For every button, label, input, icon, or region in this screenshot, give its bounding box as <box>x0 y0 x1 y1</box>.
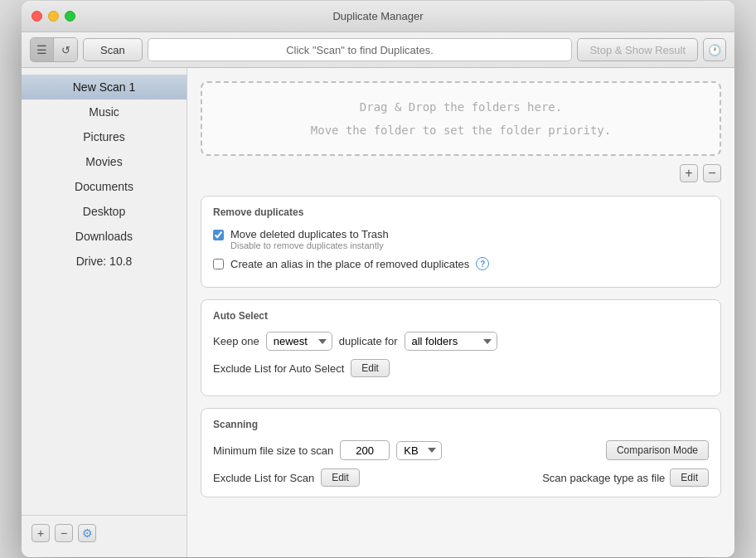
scan-button[interactable]: Scan <box>83 38 143 61</box>
sidebar-item-pictures[interactable]: Pictures <box>22 124 187 149</box>
min-file-size-row: Minimum file size to scan KB MB GB Compa… <box>213 440 709 460</box>
refresh-icon: ↺ <box>61 44 70 56</box>
maximize-button[interactable] <box>65 11 75 22</box>
create-alias-label: Create an alias in the place of removed … <box>230 258 469 270</box>
view-toggle-group: ☰ ↺ <box>30 37 78 62</box>
scanning-title: Scanning <box>213 419 709 430</box>
sidebar-item-downloads[interactable]: Downloads <box>22 224 187 249</box>
comparison-mode-button[interactable]: Comparison Mode <box>606 440 709 460</box>
drop-zone-line2: Move the folder to set the folder priori… <box>311 119 611 142</box>
sidebar: New Scan 1 Music Pictures Movies Documen… <box>22 68 187 557</box>
scanning-section: Scanning Minimum file size to scan KB MB… <box>201 408 721 497</box>
sidebar-item-music[interactable]: Music <box>22 99 187 124</box>
move-to-trash-label: Move deleted duplicates to Trash <box>230 228 389 240</box>
remove-duplicates-title: Remove duplicates <box>213 206 709 218</box>
minus-icon: − <box>61 526 67 540</box>
scan-package-group: Scan package type as file Edit <box>542 468 709 487</box>
help-icon[interactable]: ? <box>476 257 489 270</box>
scan-package-edit-button[interactable]: Edit <box>670 468 709 487</box>
duplicate-for-label: duplicate for <box>339 335 398 347</box>
traffic-lights <box>32 11 75 22</box>
refresh-button[interactable]: ↺ <box>54 38 77 61</box>
keep-one-label: Keep one <box>213 335 259 347</box>
move-to-trash-sublabel: Disable to remove duplicates instantly <box>230 240 389 250</box>
plus-icon: + <box>37 526 44 540</box>
scan-package-label: Scan package type as file <box>542 472 665 484</box>
stop-show-result-button[interactable]: Stop & Show Result <box>577 38 698 61</box>
progress-bar: Click "Scan" to find Duplicates. <box>148 38 573 61</box>
sidebar-item-new-scan[interactable]: New Scan 1 <box>22 75 187 99</box>
minimize-button[interactable] <box>48 11 59 22</box>
exclude-list-auto-edit-button[interactable]: Edit <box>351 359 390 377</box>
sidebar-item-movies[interactable]: Movies <box>22 149 187 174</box>
toolbar: ☰ ↺ Scan Click "Scan" to find Duplicates… <box>22 32 734 68</box>
move-to-trash-row: Move deleted duplicates to Trash Disable… <box>213 228 709 250</box>
exclude-list-auto-label: Exclude List for Auto Select <box>213 362 344 375</box>
auto-select-section: Auto Select Keep one newest oldest large… <box>201 299 721 396</box>
settings-button[interactable]: ⚙ <box>78 524 96 542</box>
drop-zone[interactable]: Drag & Drop the folders here. Move the f… <box>201 81 721 156</box>
sidebar-footer: + − ⚙ <box>22 515 187 551</box>
auto-select-title: Auto Select <box>213 310 709 322</box>
gear-icon: ⚙ <box>82 526 93 540</box>
main-panel: Drag & Drop the folders here. Move the f… <box>187 68 734 557</box>
auto-select-row: Keep one newest oldest largest smallest … <box>213 332 709 351</box>
sidebar-item-drive[interactable]: Drive: 10.8 <box>22 249 187 274</box>
unit-dropdown[interactable]: KB MB GB <box>396 441 442 460</box>
sidebar-item-desktop[interactable]: Desktop <box>22 199 187 224</box>
minus-icon: − <box>708 167 715 180</box>
main-window: Duplicate Manager ☰ ↺ Scan Click "Scan" … <box>22 1 734 557</box>
remove-folder-button[interactable]: − <box>703 164 721 182</box>
add-scan-button[interactable]: + <box>32 524 50 542</box>
drop-zone-controls: + − <box>201 164 721 182</box>
move-to-trash-checkbox[interactable] <box>213 230 224 240</box>
content-area: New Scan 1 Music Pictures Movies Documen… <box>22 68 734 557</box>
exclude-scan-edit-button[interactable]: Edit <box>321 468 360 487</box>
history-button[interactable]: 🕐 <box>703 38 726 61</box>
keep-one-dropdown[interactable]: newest oldest largest smallest <box>266 332 332 351</box>
plus-icon: + <box>685 167 692 180</box>
remove-scan-button[interactable]: − <box>55 524 73 542</box>
exclude-scan-row: Exclude List for Scan Edit Scan package … <box>213 468 709 487</box>
close-button[interactable] <box>32 11 42 22</box>
folder-dropdown[interactable]: all folders specific folder <box>405 332 497 351</box>
list-view-icon: ☰ <box>36 43 47 56</box>
window-title: Duplicate Manager <box>332 10 423 22</box>
list-view-button[interactable]: ☰ <box>31 38 54 61</box>
add-folder-button[interactable]: + <box>680 164 698 182</box>
create-alias-row: Create an alias in the place of removed … <box>213 257 709 270</box>
create-alias-checkbox[interactable] <box>213 259 224 269</box>
exclude-scan-label: Exclude List for Scan <box>213 472 314 484</box>
drop-zone-line1: Drag & Drop the folders here. <box>360 95 562 119</box>
min-file-size-input[interactable] <box>340 440 390 460</box>
min-file-size-label: Minimum file size to scan <box>213 444 333 457</box>
titlebar: Duplicate Manager <box>22 1 734 32</box>
exclude-list-auto-row: Exclude List for Auto Select Edit <box>213 359 709 377</box>
sidebar-item-documents[interactable]: Documents <box>22 174 187 199</box>
remove-duplicates-section: Remove duplicates Move deleted duplicate… <box>201 196 721 288</box>
history-icon: 🕐 <box>708 44 721 56</box>
progress-text: Click "Scan" to find Duplicates. <box>286 44 434 56</box>
